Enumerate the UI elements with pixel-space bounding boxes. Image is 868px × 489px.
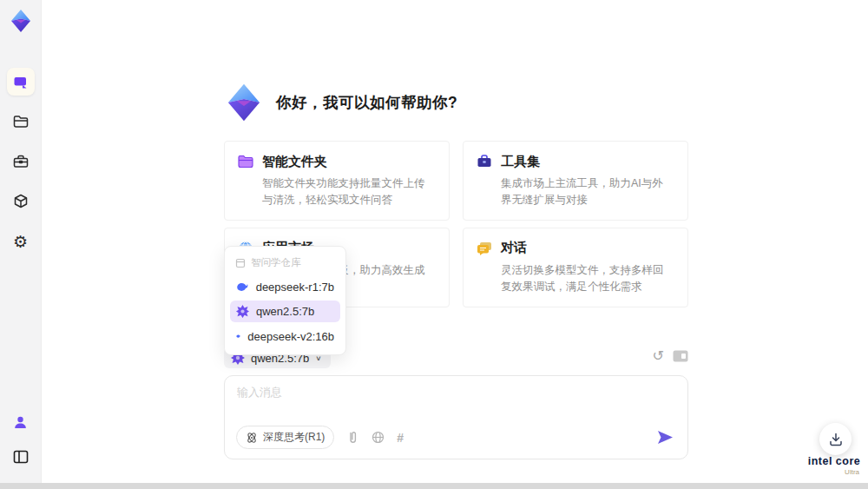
prompt-template-button[interactable]: #	[397, 431, 404, 445]
toolset-icon	[476, 153, 493, 170]
sidebar-item-account[interactable]	[7, 408, 35, 436]
sidebar-item-models[interactable]	[7, 188, 35, 215]
message-composer: 深度思考(R1) #	[224, 375, 688, 459]
greeting-title: 你好，我可以如何帮助你?	[276, 92, 457, 113]
smart-folder-icon	[237, 153, 254, 170]
model-dropdown-header-label: 智问学仓库	[251, 256, 301, 269]
history-icon[interactable]: ↺	[653, 349, 664, 363]
sidebar-nav: ⚙	[7, 68, 35, 255]
model-option-deepseek-r1[interactable]: deepseek-r1:7b	[230, 275, 340, 298]
intel-logo-text: intel core	[806, 455, 863, 467]
model-option-label: deepseek-v2:16b	[247, 330, 334, 343]
briefcase-icon	[12, 153, 30, 170]
sidebar-item-chat[interactable]	[7, 68, 35, 96]
attach-file-button[interactable]	[346, 430, 359, 445]
composer-toolbar: 深度思考(R1) #	[236, 426, 674, 449]
card-dialog[interactable]: 对话 灵活切换多模型文件，支持多样回复效果调试，满足个性化需求	[463, 228, 688, 307]
screen-icon[interactable]	[673, 350, 688, 362]
deep-think-toggle[interactable]: 深度思考(R1)	[236, 426, 334, 449]
card-toolset[interactable]: 工具集 集成市场上主流工具，助力AI与外界无缝扩展与对接	[463, 141, 688, 221]
sidebar-item-settings[interactable]: ⚙	[7, 228, 35, 255]
greeting: 你好，我可以如何帮助你?	[224, 83, 457, 122]
intel-core-logo: intel core Ultra	[806, 455, 863, 476]
user-icon	[12, 414, 29, 431]
card-title: 工具集	[501, 154, 540, 170]
card-desc: 灵活切换多模型文件，支持多样回复效果调试，满足个性化需求	[501, 262, 674, 296]
qwen-icon	[236, 305, 249, 318]
sidebar-item-panel-toggle[interactable]	[7, 443, 35, 471]
repository-icon	[235, 258, 246, 268]
chat-bubble-icon	[12, 74, 29, 90]
globe-icon	[372, 431, 385, 444]
main-content: 你好，我可以如何帮助你? 智能文件夹 智能文件夹功能支持批量文件上传与清洗，轻松…	[224, 0, 688, 483]
gear-icon: ⚙	[13, 234, 28, 250]
hash-icon: #	[397, 431, 404, 445]
deep-think-label: 深度思考(R1)	[263, 430, 325, 445]
send-button[interactable]	[657, 430, 674, 445]
model-option-label: deepseek-r1:7b	[256, 281, 334, 294]
card-desc: 智能文件夹功能支持批量文件上传与清洗，轻松实现文件问答	[262, 175, 435, 209]
message-input[interactable]	[237, 385, 654, 420]
deepseek-whale-icon	[236, 329, 240, 343]
sidebar-item-folders[interactable]	[7, 108, 35, 135]
sidebar-item-toolbox[interactable]	[7, 148, 35, 175]
download-icon	[828, 432, 844, 447]
sidebar: ⚙	[0, 0, 42, 483]
web-search-button[interactable]	[372, 431, 385, 444]
intel-logo-sub: Ultra	[806, 468, 863, 476]
card-title: 智能文件夹	[262, 154, 327, 170]
dialog-icon	[476, 240, 493, 257]
model-option-label: qwen2.5:7b	[256, 305, 314, 318]
download-button[interactable]	[819, 423, 852, 455]
model-option-qwen[interactable]: qwen2.5:7b	[230, 301, 340, 322]
app-logo-icon	[7, 7, 35, 35]
model-dropdown-header: 智问学仓库	[230, 252, 340, 273]
assistant-logo-icon	[224, 83, 264, 122]
folder-icon	[12, 113, 30, 130]
model-dropdown: 智问学仓库 deepseek-r1:7b qwen2.5:7b deepseek…	[224, 246, 346, 355]
card-desc: 集成市场上主流工具，助力AI与外界无缝扩展与对接	[501, 175, 674, 209]
send-icon	[657, 430, 674, 445]
chat-actions: ↺	[653, 349, 688, 363]
card-smart-folder[interactable]: 智能文件夹 智能文件夹功能支持批量文件上传与清洗，轻松实现文件问答	[224, 141, 450, 221]
deepseek-whale-icon	[236, 280, 249, 294]
card-title: 对话	[501, 240, 527, 256]
atom-icon	[246, 432, 258, 444]
model-option-deepseek-v2[interactable]: deepseek-v2:16b	[230, 325, 340, 347]
paperclip-icon	[346, 430, 359, 445]
panel-layout-icon	[12, 449, 30, 465]
bottom-strip	[0, 483, 868, 489]
cube-icon	[12, 193, 30, 210]
